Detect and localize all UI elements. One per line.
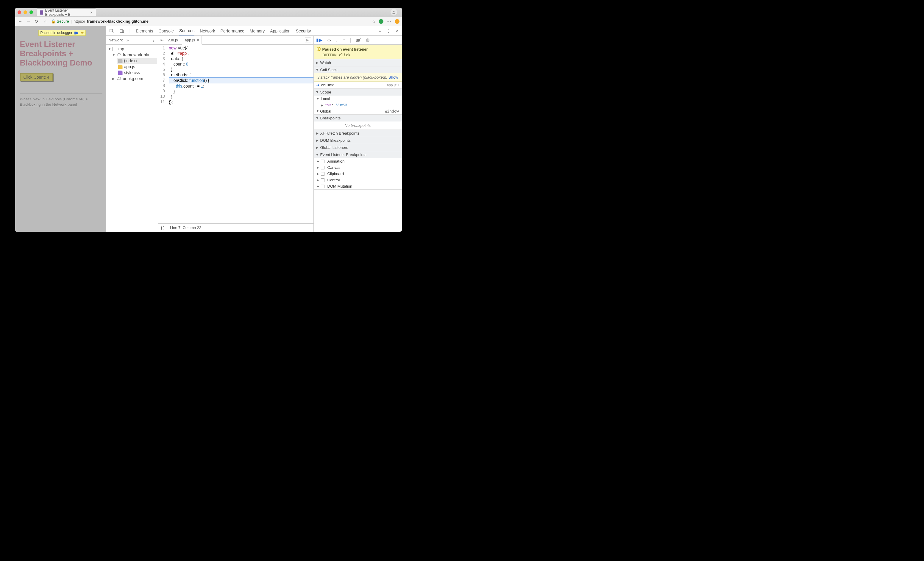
omnibox-row: ← → ⟳ ⌂ 🔒 Secure | https://framework-bla… [15, 16, 402, 26]
show-debugger-icon[interactable]: ▶| [305, 37, 311, 43]
close-window-icon[interactable] [18, 10, 21, 14]
extension-menu-icon[interactable]: ⋯ [386, 18, 392, 24]
profile-avatar-icon[interactable] [390, 9, 397, 15]
cursor-position: Line 7, Column 22 [170, 225, 201, 230]
checkbox-icon[interactable] [321, 160, 324, 163]
kebab-menu-icon[interactable]: ⋮ [386, 28, 390, 33]
scope-global[interactable]: ▶ GlobalWindow [314, 108, 402, 114]
elb-category[interactable]: ▶Control [314, 177, 402, 183]
section-call-stack[interactable]: ▶Call Stack [314, 66, 402, 73]
tree-host[interactable]: ▼framework-bla [111, 52, 157, 58]
css-file-icon [118, 70, 123, 75]
extension-warning-icon[interactable] [395, 19, 399, 24]
resume-icon[interactable]: ▮▶ [74, 31, 79, 35]
tab-memory[interactable]: Memory [250, 28, 265, 33]
tab-security[interactable]: Security [296, 28, 311, 33]
tab-performance[interactable]: Performance [220, 28, 244, 33]
navigator-kebab-icon[interactable]: ⋮ [152, 38, 155, 42]
back-icon[interactable]: ← [18, 19, 23, 24]
inspect-element-icon[interactable] [109, 28, 114, 33]
svg-point-5 [366, 38, 369, 42]
checkbox-icon[interactable] [321, 172, 324, 176]
tree-external[interactable]: ▶unpkg.com [111, 76, 157, 82]
bookmark-star-icon[interactable]: ☆ [372, 19, 376, 24]
navigator-tabs: Network » ⋮ [106, 36, 158, 45]
deactivate-breakpoints-icon[interactable] [356, 38, 361, 42]
checkbox-icon[interactable] [321, 178, 324, 182]
section-event-listener-breakpoints[interactable]: ▶Event Listener Breakpoints [314, 151, 402, 158]
section-watch[interactable]: ▶Watch [314, 59, 402, 66]
elb-category[interactable]: ▶Animation [314, 158, 402, 164]
cloud-icon [117, 53, 122, 57]
minimize-window-icon[interactable] [24, 10, 27, 14]
device-toolbar-icon[interactable] [119, 28, 124, 33]
close-tab-icon[interactable]: × [90, 10, 93, 15]
section-scope[interactable]: ▶Scope [314, 89, 402, 96]
step-over-icon[interactable]: ⤼ [327, 37, 331, 43]
code-body[interactable]: new Vue({ el: '#app', data: { count: 0 }… [167, 45, 313, 224]
tab-title: Event Listener Breakpoints + B [45, 8, 87, 16]
elb-category[interactable]: ▶Canvas [314, 164, 402, 171]
tab-network[interactable]: Network [200, 28, 215, 33]
show-blackboxed-link[interactable]: Show [388, 75, 398, 80]
section-breakpoints[interactable]: ▶Breakpoints [314, 115, 402, 122]
resume-script-icon[interactable]: ▮▶ [316, 37, 322, 43]
tab-sources[interactable]: Sources [179, 28, 194, 35]
secure-lock-icon[interactable]: 🔒 Secure [51, 19, 69, 24]
section-global-listeners[interactable]: ▶Global Listeners [314, 144, 402, 151]
stack-frame-current[interactable]: ➔ onClick app.js:7 [314, 82, 402, 88]
frame-icon [112, 47, 117, 51]
maximize-window-icon[interactable] [30, 10, 33, 14]
editor-tabs: ⇤ vue.js app.js× ▶| [158, 36, 314, 45]
tree-file-stylecss[interactable]: style.css [117, 70, 157, 76]
step-over-icon[interactable]: ⤼ [81, 31, 84, 35]
svg-point-0 [393, 11, 394, 12]
forward-icon: → [26, 19, 31, 24]
more-tabs-icon[interactable]: » [379, 28, 381, 33]
svg-rect-6 [367, 39, 368, 41]
tab-console[interactable]: Console [159, 28, 174, 33]
section-xhr-breakpoints[interactable]: ▶XHR/fetch Breakpoints [314, 130, 402, 136]
pause-on-exceptions-icon[interactable] [366, 38, 370, 42]
tree-file-index[interactable]: (index) [117, 58, 157, 64]
tab-elements[interactable]: Elements [136, 28, 153, 33]
section-dom-breakpoints[interactable]: ▶DOM Breakpoints [314, 137, 402, 144]
show-navigator-icon[interactable]: ⇤ [160, 38, 164, 42]
navigator-tab-network[interactable]: Network [109, 38, 123, 42]
navigator-pane: Network » ⋮ ▼top ▼framework-bla (index) … [106, 36, 158, 232]
tab-application[interactable]: Application [270, 28, 291, 33]
close-tab-icon[interactable]: × [197, 38, 199, 42]
editor-pane: ⇤ vue.js app.js× ▶| 1234567891011 new Vu… [158, 36, 314, 232]
tree-top[interactable]: ▼top [107, 46, 157, 52]
code-editor[interactable]: 1234567891011 new Vue({ el: '#app', data… [158, 45, 314, 224]
secure-label: Secure [57, 19, 69, 24]
checkbox-icon[interactable] [321, 184, 324, 188]
debugger-toolbar: ▮▶ ⤼ ↓ ↑ | [314, 36, 402, 45]
page-viewport: Paused in debugger ▮▶ ⤼ Event Listener B… [15, 26, 106, 232]
address-bar[interactable]: 🔒 Secure | https://framework-blackboxing… [51, 19, 369, 24]
step-out-icon[interactable]: ↑ [343, 38, 345, 43]
pretty-print-icon[interactable]: { } [161, 225, 165, 230]
elb-category[interactable]: ▶DOM Mutation [314, 183, 402, 189]
editor-tab-appjs[interactable]: app.js× [182, 36, 201, 45]
close-devtools-icon[interactable]: × [396, 28, 399, 34]
scope-this[interactable]: ▶ this: Vue$3 [314, 102, 402, 108]
elb-category[interactable]: ▶Clipboard [314, 171, 402, 177]
checkbox-icon[interactable] [321, 166, 324, 170]
scope-local[interactable]: ▶Local [314, 96, 402, 102]
window-controls[interactable] [18, 10, 33, 14]
debugger-dim-overlay [15, 26, 106, 232]
paused-in-debugger-overlay: Paused in debugger ▮▶ ⤼ [38, 30, 86, 36]
url-host: framework-blackboxing.glitch.me [87, 19, 148, 24]
editor-tab-vuejs[interactable]: vue.js [165, 36, 180, 45]
stack-frame-location[interactable]: app.js:7 [387, 83, 399, 87]
paused-title: Paused on event listener [322, 47, 368, 51]
navigator-more-icon[interactable]: » [126, 38, 129, 43]
home-icon[interactable]: ⌂ [43, 19, 48, 24]
reload-icon[interactable]: ⟳ [34, 19, 40, 24]
browser-tab[interactable]: Event Listener Breakpoints + B × [37, 8, 96, 16]
extension-icon[interactable] [379, 19, 383, 24]
document-icon [118, 58, 123, 63]
tree-file-appjs[interactable]: app.js [117, 64, 157, 70]
step-into-icon[interactable]: ↓ [336, 38, 338, 43]
